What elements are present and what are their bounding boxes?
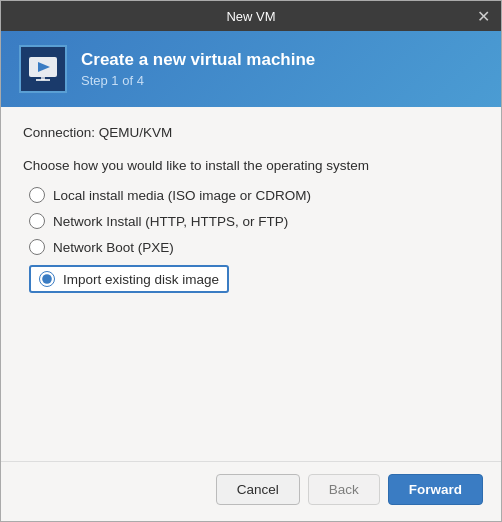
forward-button[interactable]: Forward xyxy=(388,474,483,505)
option-local-install-label: Local install media (ISO image or CDROM) xyxy=(53,188,311,203)
wizard-content: Connection: QEMU/KVM Choose how you woul… xyxy=(1,107,501,461)
install-options-list: Local install media (ISO image or CDROM)… xyxy=(23,187,479,293)
option-local-install-radio[interactable] xyxy=(29,187,45,203)
connection-label: Connection: xyxy=(23,125,95,140)
option-local-install[interactable]: Local install media (ISO image or CDROM) xyxy=(29,187,479,203)
option-network-install[interactable]: Network Install (HTTP, HTTPS, or FTP) xyxy=(29,213,479,229)
wizard-header: Create a new virtual machine Step 1 of 4 xyxy=(1,31,501,107)
wizard-title: Create a new virtual machine xyxy=(81,50,315,70)
play-screen-icon xyxy=(28,54,58,84)
option-network-boot-radio[interactable] xyxy=(29,239,45,255)
connection-info: Connection: QEMU/KVM xyxy=(23,125,479,140)
titlebar: New VM ✕ xyxy=(1,1,501,31)
titlebar-title: New VM xyxy=(226,9,275,24)
connection-value: QEMU/KVM xyxy=(99,125,173,140)
button-bar: Cancel Back Forward xyxy=(1,461,501,521)
option-network-boot-label: Network Boot (PXE) xyxy=(53,240,174,255)
close-button[interactable]: ✕ xyxy=(473,6,493,26)
svg-rect-3 xyxy=(41,77,45,80)
install-method-label: Choose how you would like to install the… xyxy=(23,158,479,173)
content-spacer xyxy=(23,293,479,443)
wizard-subtitle: Step 1 of 4 xyxy=(81,73,315,88)
cancel-button[interactable]: Cancel xyxy=(216,474,300,505)
back-button[interactable]: Back xyxy=(308,474,380,505)
option-network-boot[interactable]: Network Boot (PXE) xyxy=(29,239,479,255)
wizard-header-text: Create a new virtual machine Step 1 of 4 xyxy=(81,50,315,88)
option-network-install-radio[interactable] xyxy=(29,213,45,229)
vm-icon xyxy=(19,45,67,93)
vm-wizard-window: New VM ✕ Create a new virtual machine St… xyxy=(0,0,502,522)
option-network-install-label: Network Install (HTTP, HTTPS, or FTP) xyxy=(53,214,288,229)
option-import-disk[interactable]: Import existing disk image xyxy=(29,265,229,293)
option-import-disk-label: Import existing disk image xyxy=(63,272,219,287)
option-import-disk-radio[interactable] xyxy=(39,271,55,287)
